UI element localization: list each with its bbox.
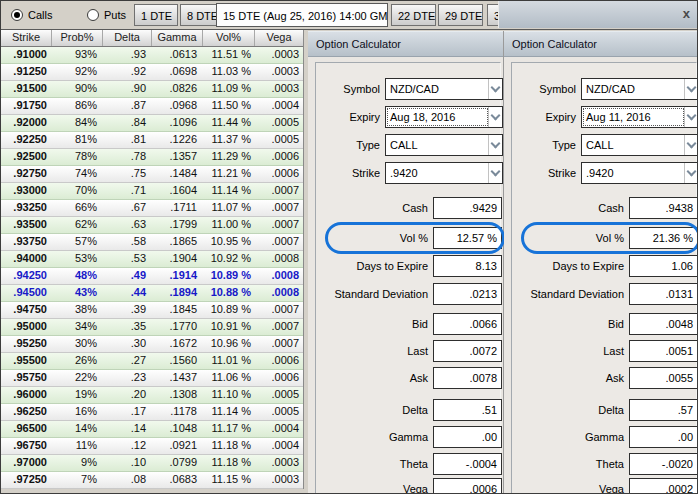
table-row-strike-92750[interactable]: .9275074%.75.148411.21 %.0006 bbox=[1, 166, 303, 183]
cell-strike: .91500 bbox=[1, 81, 52, 97]
cell-vol: 10.91 % bbox=[203, 319, 255, 335]
strike-dropdown[interactable]: .9420 bbox=[385, 162, 503, 184]
table-row-strike-93750[interactable]: .9375057%.58.186510.95 %.0007 bbox=[1, 234, 303, 251]
symbol-dropdown[interactable]: NZD/CAD bbox=[581, 78, 698, 100]
cell-strike: .96000 bbox=[1, 387, 52, 403]
dte-button-29-dte[interactable]: 29 DTE bbox=[438, 4, 483, 26]
cell-delta: .58 bbox=[103, 234, 152, 250]
table-row-strike-97250[interactable]: .972507%.08.068311.15 %.0003 bbox=[1, 472, 303, 489]
table-row-strike-92000[interactable]: .9200084%.84.109611.44 %.0005 bbox=[1, 115, 303, 132]
expiry-dropdown[interactable]: Aug 18, 2016 bbox=[385, 106, 503, 128]
cell-vega: .0007 bbox=[255, 234, 303, 250]
table-row-strike-97000[interactable]: .970009%.10.079911.18 %.0003 bbox=[1, 455, 303, 472]
cell-prob: 7% bbox=[52, 472, 103, 488]
chevron-down-icon bbox=[488, 163, 502, 183]
dte-button-selected[interactable]: 15 DTE (Aug 25, 2016) 14:00 GMT bbox=[216, 3, 388, 27]
theta-field[interactable]: -.0020 bbox=[629, 453, 698, 475]
cell-vol: 10.92 % bbox=[203, 251, 255, 267]
cell-prob: 90% bbox=[52, 81, 103, 97]
type-dropdown[interactable]: CALL bbox=[581, 134, 698, 156]
table-row-strike-95250[interactable]: .9525030%.30.167210.96 %.0007 bbox=[1, 336, 303, 353]
last-label: Last bbox=[504, 340, 624, 362]
cell-gamma: .1096 bbox=[152, 115, 203, 131]
gamma-field[interactable]: .00 bbox=[433, 426, 502, 448]
cash-field[interactable]: .9438 bbox=[629, 197, 698, 219]
standard_deviation-field[interactable]: .0213 bbox=[433, 283, 502, 305]
table-row-strike-93250[interactable]: .9325066%.67.171111.07 %.0007 bbox=[1, 200, 303, 217]
days_to_expire-field[interactable]: 1.06 bbox=[629, 255, 698, 277]
panel-title[interactable]: Option Calculator bbox=[504, 31, 698, 57]
last-field[interactable]: .0051 bbox=[629, 340, 698, 362]
type-dropdown[interactable]: CALL bbox=[385, 134, 503, 156]
cell-strike: .91250 bbox=[1, 64, 52, 80]
puts-radio[interactable]: Puts bbox=[87, 1, 126, 28]
cell-delta: .20 bbox=[103, 387, 152, 403]
vol_pct-field[interactable]: 21.36 % bbox=[629, 227, 698, 249]
dte-button-22-dte[interactable]: 22 DTE bbox=[391, 4, 436, 26]
table-row-strike-94000[interactable]: .9400053%.53.190410.92 %.0008 bbox=[1, 251, 303, 268]
strike-dropdown[interactable]: .9420 bbox=[581, 162, 698, 184]
dte-button-1-dte[interactable]: 1 DTE bbox=[134, 4, 178, 26]
window-titlebar[interactable]: x bbox=[498, 1, 697, 28]
days_to_expire-label: Days to Expire bbox=[504, 255, 624, 277]
last-label: Last bbox=[308, 340, 428, 362]
table-row-strike-94250[interactable]: .9425048%.49.191410.89 %.0008 bbox=[1, 268, 303, 285]
table-row-strike-91500[interactable]: .9150090%.90.082611.09 %.0003 bbox=[1, 81, 303, 98]
table-row-strike-96000[interactable]: .9600019%.20.130811.10 %.0005 bbox=[1, 387, 303, 404]
theta-field[interactable]: -.0004 bbox=[433, 453, 502, 475]
table-row-strike-94500[interactable]: .9450043%.44.189410.88 %.0008 bbox=[1, 285, 303, 302]
ask-field[interactable]: .0055 bbox=[629, 367, 698, 389]
cell-gamma: .1914 bbox=[152, 268, 203, 284]
vega-field[interactable]: .0002 bbox=[629, 478, 698, 494]
calls-radio[interactable]: Calls bbox=[11, 1, 52, 28]
delta-field[interactable]: .57 bbox=[629, 399, 698, 421]
vega-field[interactable]: .0006 bbox=[433, 478, 502, 494]
chevron-down-icon bbox=[684, 107, 698, 127]
expiry-dropdown[interactable]: Aug 11, 2016 bbox=[581, 106, 698, 128]
panel-title[interactable]: Option Calculator bbox=[308, 31, 503, 57]
last-field[interactable]: .0072 bbox=[433, 340, 502, 362]
days_to_expire-field[interactable]: 8.13 bbox=[433, 255, 502, 277]
table-row-strike-95000[interactable]: .9500034%.35.177010.91 %.0007 bbox=[1, 319, 303, 336]
table-row-strike-96250[interactable]: .9625016%.17.117811.14 %.0005 bbox=[1, 404, 303, 421]
table-row-strike-96500[interactable]: .9650014%.14.104811.17 %.0004 bbox=[1, 421, 303, 438]
vol_pct-field[interactable]: 12.57 % bbox=[433, 227, 502, 249]
table-row-strike-92250[interactable]: .9225081%.81.122611.37 %.0005 bbox=[1, 132, 303, 149]
table-row-strike-91750[interactable]: .9175086%.87.096811.50 %.0004 bbox=[1, 98, 303, 115]
table-row-strike-91250[interactable]: .9125092%.92.069811.03 %.0003 bbox=[1, 64, 303, 81]
table-row-strike-94750[interactable]: .9475038%.39.184510.89 %.0007 bbox=[1, 302, 303, 319]
cell-prob: 74% bbox=[52, 166, 103, 182]
cell-gamma: .1178 bbox=[152, 404, 203, 420]
column-header-gamma: Gamma bbox=[152, 29, 203, 46]
bid-field[interactable]: .0066 bbox=[433, 313, 502, 335]
column-header-strike: Strike bbox=[1, 29, 52, 46]
close-icon[interactable]: x bbox=[683, 6, 690, 22]
symbol-value: NZD/CAD bbox=[586, 83, 635, 95]
table-row-strike-93500[interactable]: .9350062%.63.179911.00 %.0007 bbox=[1, 217, 303, 234]
cash-field[interactable]: .9429 bbox=[433, 197, 502, 219]
delta-label: Delta bbox=[504, 399, 624, 421]
theta-value: -.0020 bbox=[662, 458, 693, 470]
symbol-label: Symbol bbox=[308, 78, 380, 100]
last-value: .0051 bbox=[665, 345, 693, 357]
symbol-value: NZD/CAD bbox=[390, 83, 439, 95]
standard_deviation-field[interactable]: .0131 bbox=[629, 283, 698, 305]
type-label: Type bbox=[504, 134, 576, 156]
cell-delta: .92 bbox=[103, 64, 152, 80]
delta-field[interactable]: .51 bbox=[433, 399, 502, 421]
table-row-strike-96750[interactable]: .9675011%.12.092111.18 %.0004 bbox=[1, 438, 303, 455]
ask-field[interactable]: .0078 bbox=[433, 367, 502, 389]
table-row-strike-95750[interactable]: .9575022%.23.143711.06 %.0006 bbox=[1, 370, 303, 387]
delta-value: .51 bbox=[482, 404, 497, 416]
cell-vega: .0008 bbox=[255, 268, 303, 284]
table-row-strike-92500[interactable]: .9250078%.78.135711.29 %.0006 bbox=[1, 149, 303, 166]
bid-field[interactable]: .0048 bbox=[629, 313, 698, 335]
table-row-strike-91000[interactable]: .9100093%.93.061311.51 %.0003 bbox=[1, 47, 303, 64]
table-row-strike-95500[interactable]: .9550026%.27.156011.01 %.0006 bbox=[1, 353, 303, 370]
gamma-field[interactable]: .00 bbox=[629, 426, 698, 448]
cell-gamma: .0921 bbox=[152, 438, 203, 454]
table-row-strike-93000[interactable]: .9300070%.71.160411.14 %.0007 bbox=[1, 183, 303, 200]
cell-delta: .44 bbox=[103, 285, 152, 301]
symbol-dropdown[interactable]: NZD/CAD bbox=[385, 78, 503, 100]
cell-strike: .92500 bbox=[1, 149, 52, 165]
